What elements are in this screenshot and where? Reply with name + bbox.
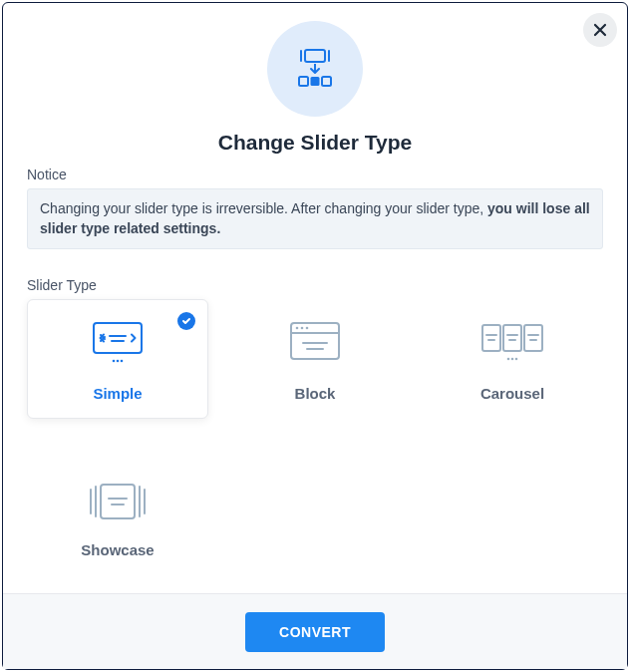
option-showcase[interactable]: Showcase [27,459,208,578]
svg-point-26 [507,357,510,360]
carousel-slider-icon [476,317,548,367]
notice-box: Changing your slider type is irreversibl… [27,188,603,249]
simple-slider-icon [86,317,150,367]
block-slider-icon [283,317,347,367]
svg-point-28 [515,357,518,360]
svg-rect-2 [311,77,320,86]
slider-convert-icon [290,44,340,94]
notice-text: Changing your slider type is irreversibl… [40,200,487,216]
close-icon [593,23,607,37]
slider-type-label: Slider Type [27,277,603,293]
notice-label: Notice [27,167,603,182]
modal-footer: CONVERT [3,593,627,669]
svg-rect-17 [482,325,500,351]
modal-content: Change Slider Type Notice Changing your … [3,3,627,593]
option-label: Block [295,385,336,402]
svg-point-14 [306,326,309,329]
svg-point-27 [511,357,514,360]
svg-point-7 [113,359,116,362]
svg-rect-1 [299,77,308,86]
option-carousel[interactable]: Carousel [422,299,603,419]
showcase-slider-icon [86,480,150,523]
svg-point-12 [296,326,299,329]
selected-check-icon [177,312,195,330]
svg-point-9 [121,359,124,362]
convert-button[interactable]: CONVERT [245,612,385,652]
slider-type-options: Simple Block [27,299,603,578]
option-label: Showcase [81,541,154,558]
svg-rect-29 [101,485,135,518]
option-simple[interactable]: Simple [27,299,208,419]
change-slider-type-modal: Change Slider Type Notice Changing your … [2,2,628,670]
hero-icon-circle [267,21,363,117]
option-label: Carousel [480,385,544,402]
svg-rect-19 [524,325,542,351]
option-label: Simple [93,385,142,402]
option-block[interactable]: Block [224,299,406,419]
svg-point-8 [117,359,120,362]
svg-rect-0 [305,50,325,62]
svg-rect-18 [503,325,521,351]
modal-title: Change Slider Type [27,131,603,155]
close-button[interactable] [583,13,617,47]
svg-rect-3 [322,77,331,86]
svg-point-13 [301,326,304,329]
